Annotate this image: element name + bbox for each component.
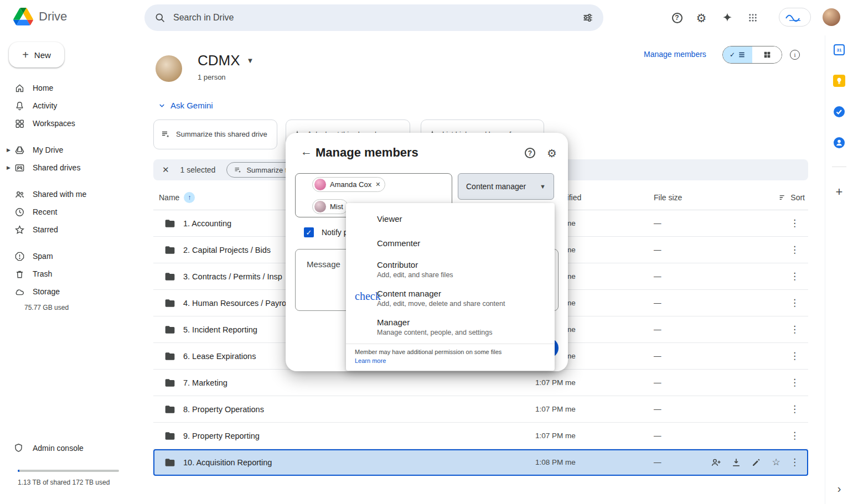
sidebar-item-trash[interactable]: Trash	[4, 265, 140, 283]
sidebar-item-starred[interactable]: Starred	[4, 221, 140, 238]
more-options-icon[interactable]: ⋮	[790, 245, 799, 254]
recipient-chip[interactable]: Mist	[312, 199, 348, 214]
file-size: —	[654, 246, 769, 254]
sidebar-item-shared-drives[interactable]: ▶ Shared drives	[4, 159, 140, 176]
sidebar-item-recent[interactable]: Recent	[4, 203, 140, 221]
learn-more-link[interactable]: Learn more	[355, 357, 546, 364]
sort-icon	[778, 193, 787, 202]
panel-divider	[832, 167, 846, 167]
selected-check-marker: check	[355, 290, 381, 303]
keep-icon[interactable]	[833, 75, 845, 87]
expand-caret-icon[interactable]: ▶	[7, 165, 11, 170]
notify-checkbox[interactable]: ✓	[304, 227, 314, 237]
expand-caret-icon[interactable]: ▶	[7, 147, 11, 153]
back-arrow-icon[interactable]: ←	[301, 145, 312, 158]
star-icon	[14, 225, 25, 235]
search-icon[interactable]	[154, 12, 166, 23]
role-dropdown-button[interactable]: Content manager ▼	[458, 173, 554, 200]
more-options-icon[interactable]: ⋮	[790, 458, 799, 467]
calendar-icon[interactable]: 31	[833, 44, 845, 56]
search-input[interactable]	[173, 13, 575, 23]
more-options-icon[interactable]: ⋮	[790, 351, 799, 361]
more-options-icon[interactable]: ⋮	[790, 272, 799, 281]
menu-item-contributor[interactable]: Contributor Add, edit, and share files	[346, 255, 555, 284]
sidebar-item-storage[interactable]: Storage	[4, 283, 140, 300]
star-icon[interactable]: ☆	[771, 457, 782, 468]
sort-control[interactable]: Sort	[769, 193, 808, 202]
shared-drive-avatar	[156, 55, 182, 82]
recipient-chip[interactable]: Amanda Cox ✕	[312, 177, 385, 192]
grid-view-button[interactable]	[752, 46, 782, 63]
member-count: 1 person	[198, 73, 226, 81]
more-options-icon[interactable]: ⋮	[790, 219, 799, 228]
last-modified: 1:08 PM me	[535, 458, 654, 466]
new-button[interactable]: + New	[9, 42, 64, 67]
menu-item-commenter[interactable]: Commenter	[346, 231, 555, 255]
add-addon-icon[interactable]: +	[833, 186, 845, 198]
bell-icon	[14, 101, 25, 111]
file-size: —	[654, 325, 769, 334]
search-bar[interactable]	[144, 4, 603, 31]
folder-icon	[164, 430, 175, 441]
table-row[interactable]: 7. Marketing 1:07 PM me — ⋮	[153, 370, 808, 396]
apps-grid-icon[interactable]	[746, 11, 759, 24]
storage-progress-bar	[18, 470, 119, 472]
column-header-size[interactable]: File size	[654, 193, 769, 202]
summarize-icon	[234, 166, 242, 174]
admin-console-link[interactable]: Admin console	[13, 443, 84, 453]
workspaces-icon	[14, 118, 25, 129]
list-view-button[interactable]: ✓	[723, 46, 752, 63]
settings-gear-icon[interactable]: ⚙	[695, 11, 708, 24]
clock-icon	[14, 207, 25, 217]
more-options-icon[interactable]: ⋮	[790, 431, 799, 440]
cloud-icon	[14, 287, 25, 297]
table-row[interactable]: 8. Property Operations 1:07 PM me — ⋮	[153, 396, 808, 423]
more-options-icon[interactable]: ⋮	[790, 404, 799, 414]
menu-item-viewer[interactable]: Viewer	[346, 206, 555, 231]
file-name: 5. Incident Reporting	[183, 325, 257, 334]
column-header-name[interactable]: Name	[159, 193, 179, 202]
contacts-icon[interactable]	[833, 137, 845, 149]
folder-icon	[164, 245, 175, 256]
suggestion-chip-summarize[interactable]: Summarize this shared drive	[153, 119, 277, 149]
folder-icon	[164, 324, 175, 335]
storage-used-text: 75.77 GB used	[4, 300, 140, 311]
view-toggle[interactable]: ✓	[722, 46, 782, 64]
rename-pencil-icon[interactable]	[751, 457, 762, 468]
sidebar-item-home[interactable]: Home	[4, 79, 140, 97]
sidebar-item-activity[interactable]: Activity	[4, 97, 140, 115]
more-options-icon[interactable]: ⋮	[790, 325, 799, 334]
clear-selection-icon[interactable]: ✕	[162, 165, 169, 175]
search-options-icon[interactable]	[582, 12, 593, 23]
sidebar-item-shared-with-me[interactable]: Shared with me	[4, 185, 140, 203]
info-icon[interactable]: i	[790, 50, 800, 60]
title-caret-icon[interactable]: ▼	[247, 56, 254, 65]
last-modified: 1:07 PM me	[535, 378, 654, 387]
manage-members-link[interactable]: Manage members	[644, 50, 706, 59]
help-icon[interactable]: ?	[670, 11, 684, 24]
sort-ascending-icon[interactable]: ↑	[184, 192, 195, 203]
dialog-settings-icon[interactable]: ⚙	[547, 147, 557, 160]
sidebar-item-spam[interactable]: Spam	[4, 247, 140, 265]
dialog-help-icon[interactable]: ?	[525, 148, 535, 158]
table-row-selected[interactable]: 10. Acquisition Reporting 1:08 PM me — ☆…	[153, 449, 808, 476]
file-name: 3. Contracts / Permits / Insp	[183, 272, 282, 281]
file-name: 10. Acquisition Reporting	[183, 458, 272, 467]
tasks-icon[interactable]	[833, 106, 845, 118]
download-icon[interactable]	[731, 457, 742, 468]
table-row[interactable]: 9. Property Reporting 1:07 PM me — ⋮	[153, 423, 808, 449]
avatar	[314, 201, 326, 212]
file-name: 8. Property Operations	[183, 405, 264, 414]
collapse-panel-icon[interactable]: ›	[833, 482, 845, 495]
share-add-person-icon[interactable]	[711, 457, 722, 468]
more-options-icon[interactable]: ⋮	[790, 298, 799, 308]
more-options-icon[interactable]: ⋮	[790, 378, 799, 387]
remove-recipient-icon[interactable]: ✕	[375, 181, 380, 188]
ask-gemini-toggle[interactable]: Ask Gemini	[158, 101, 213, 110]
sidebar-item-workspaces[interactable]: Workspaces	[4, 115, 140, 132]
dialog-title: Manage members	[316, 146, 418, 160]
menu-item-manager[interactable]: Manager Manage content, people, and sett…	[346, 313, 555, 341]
user-avatar[interactable]	[823, 8, 840, 26]
sidebar-item-my-drive[interactable]: ▶ My Drive	[4, 141, 140, 159]
gemini-sparkle-icon[interactable]	[721, 11, 734, 24]
